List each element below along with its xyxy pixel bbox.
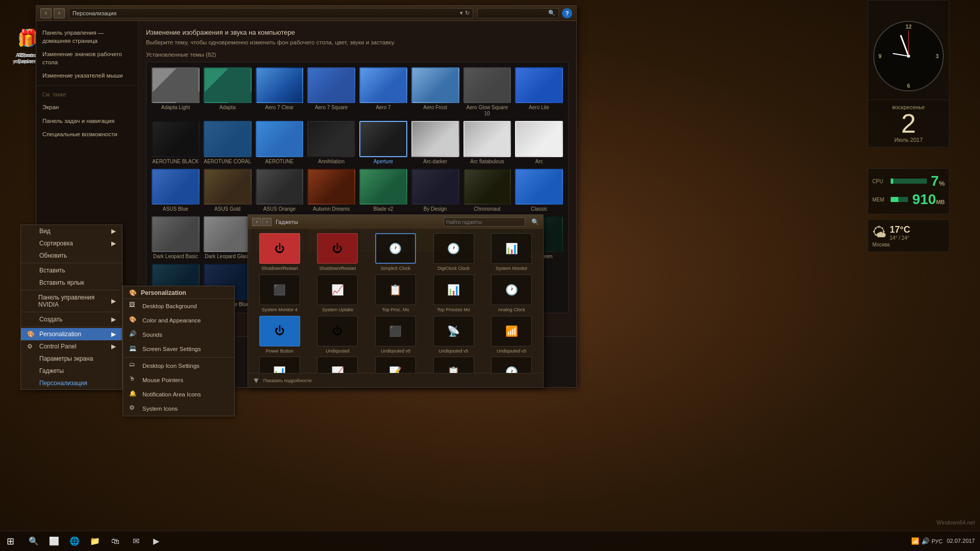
address-bar[interactable]: Персонализация ▾ ↻ — [69, 8, 473, 18]
gadgets-search-input[interactable] — [444, 217, 525, 227]
gadget-item[interactable]: ⬛ Undiqouted v5 — [368, 316, 423, 354]
sub-ctx-mouse[interactable]: 🖱 Mouse Pointers — [123, 373, 234, 387]
theme-name: Adapta Light — [152, 105, 200, 111]
theme-item[interactable]: ASUS Orange — [256, 169, 304, 212]
gadget-item[interactable]: ⬛ System Monitor 4 — [252, 274, 307, 313]
gadgets-back-btn[interactable]: ‹ — [252, 218, 261, 226]
theme-item[interactable]: Dark Leopard Basic — [152, 216, 200, 260]
back-button[interactable]: ‹ — [40, 8, 52, 18]
theme-item[interactable]: Arc flatabulous — [463, 121, 511, 164]
theme-item[interactable]: Adapta — [204, 67, 252, 117]
taskbar-mail[interactable]: ✉ — [127, 532, 145, 550]
gadget-icon: ⬛ — [273, 284, 286, 296]
gadget-item[interactable]: 📊 System Monitor — [484, 233, 539, 271]
taskbar-search-btn[interactable]: 🔍 — [24, 532, 43, 550]
taskbar-media[interactable]: ▶ — [147, 532, 165, 550]
ctx-personalization[interactable]: 🎨 Personalization ▶ — [21, 328, 122, 340]
theme-item[interactable]: Aero Frost — [411, 67, 459, 117]
ctx-display[interactable]: Параметры экрана — [21, 353, 122, 365]
ctx-create[interactable]: Создать ▶ — [21, 313, 122, 325]
left-link-taskbar[interactable]: Панель задач и навигация — [36, 114, 138, 128]
gadget-item[interactable]: 📝 Стикер — [368, 357, 423, 373]
theme-name: Arc flatabulous — [463, 159, 511, 165]
theme-item[interactable]: ASUS Gold — [204, 169, 252, 212]
theme-item[interactable]: Aero 7 Square — [307, 67, 355, 117]
theme-item[interactable]: Arc-darker — [411, 121, 459, 164]
theme-item[interactable]: Annihilation — [307, 121, 355, 164]
start-button[interactable]: ⊞ — [0, 531, 20, 552]
sub-ctx-screensaver[interactable]: 💻 Screen Saver Settings — [123, 342, 234, 356]
theme-item[interactable]: Blade v2 — [359, 169, 407, 212]
left-link-home[interactable]: Панель управления —домашняя страница — [36, 26, 138, 47]
ctx-personalization-ru[interactable]: Персонализация — [21, 377, 122, 389]
theme-item[interactable]: Chrononaut — [463, 169, 511, 212]
taskbar-explorer[interactable]: 📁 — [86, 532, 104, 550]
theme-item[interactable]: ASUS Blue — [152, 169, 200, 212]
theme-item[interactable]: Aero Lite — [515, 67, 563, 117]
theme-item[interactable]: AEROTUNE BLACK — [152, 121, 200, 164]
gadget-item[interactable]: 🕐 20:12 — [484, 357, 539, 373]
address-dropdown-icon[interactable]: ▾ — [460, 10, 463, 16]
show-details-btn[interactable]: Показать подробности — [263, 378, 311, 383]
forward-button[interactable]: › — [54, 8, 65, 18]
help-button[interactable]: ? — [562, 8, 572, 18]
gadget-item[interactable]: 📶 Undiqouted v5 — [484, 316, 539, 354]
theme-item[interactable]: By Design — [411, 169, 459, 212]
gadget-item[interactable]: 📈 Undiqouted — [310, 357, 365, 373]
sub-ctx-desktop-icons[interactable]: 🗂 Desktop Icon Settings — [123, 359, 234, 373]
taskbar-network-icon[interactable]: 📶 — [911, 537, 919, 545]
taskbar-edge[interactable]: 🌐 — [65, 532, 84, 550]
gadget-item[interactable]: 📊 Undiqouted — [252, 357, 307, 373]
ctx-view[interactable]: Вид ▶ — [21, 225, 122, 237]
gadget-item[interactable]: 📋 Стикер Notes Diс — [426, 357, 481, 373]
taskbar-volume-icon[interactable]: 🔊 — [921, 537, 929, 545]
sub-ctx-sys-icons[interactable]: ⚙ System Icons — [123, 402, 234, 416]
sub-ctx-notif[interactable]: 🔔 Notification Area Icons — [123, 387, 234, 402]
gadget-name: Top Process Mo — [437, 307, 470, 313]
theme-item[interactable]: Arc — [515, 121, 563, 164]
gadget-item[interactable]: ⏻ Shutdown/Restart — [252, 233, 307, 271]
theme-item[interactable]: Aero 7 Clear — [256, 67, 304, 117]
theme-item[interactable]: Adapta Light — [152, 67, 200, 117]
theme-item[interactable]: AEROTUNE — [256, 121, 304, 164]
left-link-accessibility[interactable]: Специальные возможности — [36, 128, 138, 141]
left-link-screen[interactable]: Экран — [36, 101, 138, 114]
ctx-refresh[interactable]: Обновить — [21, 249, 122, 262]
theme-item[interactable]: AEROTUNE CORAL — [204, 121, 252, 164]
sub-ctx-sounds[interactable]: 🔊 Sounds — [123, 328, 234, 342]
ctx-paste[interactable]: Вставить — [21, 264, 122, 277]
taskbar-task-view[interactable]: ⬜ — [45, 532, 63, 550]
ctx-nvidia[interactable]: Панель управления NVIDIA ▶ — [21, 291, 122, 311]
day-number: 2 — [872, 110, 945, 137]
ctx-control-panel[interactable]: ⚙ Control Panel ▶ — [21, 340, 122, 353]
gadget-item[interactable]: 📡 Undiqouted v5 — [426, 316, 481, 354]
sub-ctx-color[interactable]: 🎨 Color and Appearance — [123, 313, 234, 328]
gadget-item[interactable]: ⏻ Power Button — [252, 316, 307, 354]
left-link-mouse[interactable]: Изменение указателей мыши — [36, 69, 138, 82]
gadget-item[interactable]: ⏻ Shutdown/Restart — [310, 233, 365, 271]
gadget-item[interactable]: 🕐 SimpleS Clock — [368, 233, 423, 271]
ctx-sort[interactable]: Сортировка ▶ — [21, 237, 122, 249]
search-bar[interactable]: 🔍 — [477, 8, 559, 18]
taskbar-store[interactable]: 🛍 — [106, 532, 125, 550]
sub-ctx-desktop-bg[interactable]: 🖼 Desktop Background — [123, 299, 234, 313]
address-refresh-icon[interactable]: ↻ — [465, 10, 470, 16]
theme-item[interactable]: Aperture — [359, 121, 407, 164]
theme-item[interactable]: Autumn Dreams — [307, 169, 355, 212]
gadget-item[interactable]: ⏻ Undiqouted — [310, 316, 365, 354]
gadget-item[interactable]: 🕐 DigiClock Clock — [426, 233, 481, 271]
theme-item[interactable]: Aero 7 — [359, 67, 407, 117]
gadget-item[interactable]: 📊 Top Process Mo — [426, 274, 481, 313]
ctx-gadgets[interactable]: Гаджеты — [21, 365, 122, 377]
theme-thumbnail — [515, 121, 563, 157]
gadget-item[interactable]: 🕐 Analog Clock — [484, 274, 539, 313]
gadget-thumbnail: 📊 — [491, 233, 532, 264]
left-link-icons[interactable]: Изменение значков рабочего стола — [36, 47, 138, 69]
gadget-item[interactable]: 📈 System Uptake — [310, 274, 365, 313]
theme-item[interactable]: Classic — [515, 169, 563, 212]
gadgets-forward-btn[interactable]: › — [262, 218, 272, 226]
theme-item[interactable]: Dark Leopard Glass — [204, 216, 252, 260]
ctx-paste-shortcut[interactable]: Вставить ярлык — [21, 277, 122, 289]
theme-item[interactable]: Aero Glow Square 10 — [463, 67, 511, 117]
gadget-item[interactable]: 📋 Top Proc. Mo — [368, 274, 423, 313]
